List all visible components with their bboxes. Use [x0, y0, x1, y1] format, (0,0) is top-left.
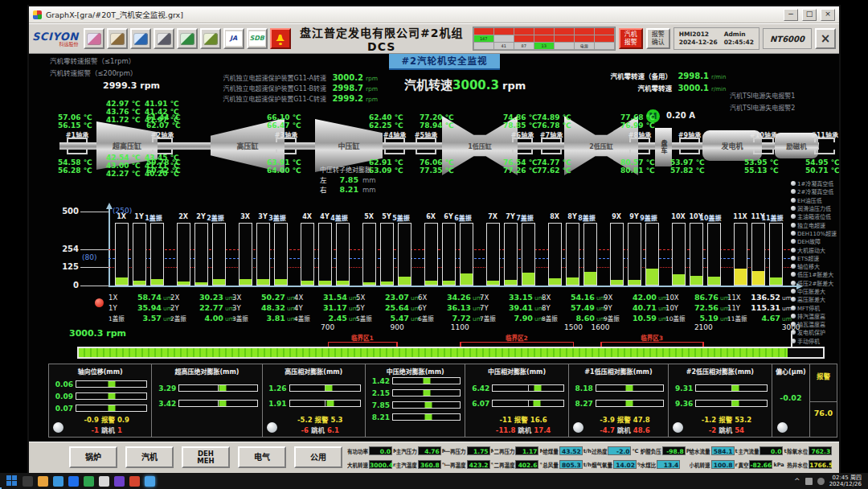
file-explorer-icon[interactable] [38, 476, 48, 487]
app-icon-white[interactable] [99, 476, 109, 487]
turbine-alarm-button[interactable]: 汽机 报警 [619, 28, 643, 49]
nav-button-3[interactable]: DEHMEH [182, 446, 230, 468]
search-icon[interactable] [23, 476, 33, 487]
vib-bar [645, 223, 659, 286]
vib-bar-fill [151, 279, 163, 285]
vib-bar-label: 4盖振 [327, 213, 351, 222]
hmi-time: 02:45:42 [724, 39, 754, 47]
panel-row-gauge [695, 400, 767, 407]
close-button[interactable]: × [821, 9, 835, 21]
panel-trip-limits: -11.8 跳机 17.4 [480, 425, 566, 434]
vib-reading-value: 40.71 [618, 303, 657, 312]
active-app-icon[interactable] [145, 476, 155, 487]
browser-icon[interactable] [53, 476, 63, 487]
app-icon-blue[interactable] [68, 476, 79, 487]
toolbar-close-button[interactable]: × [815, 28, 836, 49]
panel-row-value: 6.07 [467, 400, 489, 408]
alarm-status-grid[interactable]: 147418713电源 [473, 27, 616, 51]
vib-reading-label: 6Y [418, 304, 432, 312]
vib-bar [707, 223, 721, 286]
vib-bar [336, 223, 350, 286]
vib-reading-value: 136.52 [742, 293, 780, 302]
panel-gauge-marker [219, 401, 227, 406]
bearing-bracket-top [629, 138, 650, 142]
panel-status-lamp [673, 422, 683, 433]
vib-reading-value: 30.23 [185, 293, 223, 302]
panel-title: 高压相对膨胀(mm) [263, 367, 365, 376]
tray-volume-icon[interactable] [817, 478, 825, 485]
panel-row-gauge [392, 413, 461, 421]
bearing-bracket-top [753, 138, 774, 142]
panel-title: 超高压绝对膨胀(mm) [152, 367, 261, 376]
app-icon-red[interactable] [129, 476, 140, 487]
vib-bar-label: 11盖振 [760, 213, 784, 222]
vib-bar-fill [240, 279, 252, 286]
tray-network-icon[interactable] [805, 478, 813, 485]
vib-bar [769, 223, 783, 286]
alarm-list-item: 高压胀差大 [791, 295, 837, 303]
vib-bar-fill [461, 273, 473, 286]
toolbar-button-users-icon[interactable] [84, 28, 104, 49]
start-button[interactable] [6, 475, 18, 487]
alarm-list-item: 主油箱液位低 [791, 212, 837, 220]
panel-gauge-marker [534, 385, 542, 391]
window-title: GraphX-[gra/#20T_汽机安全监视.grx] [46, 9, 780, 20]
nav-button-label: 汽机 [141, 454, 158, 462]
app-icon-purple[interactable] [114, 476, 125, 487]
toolbar-button-tools-icon[interactable] [107, 28, 128, 49]
ramp-tick-label: 1100 [448, 323, 472, 331]
panel-row-value: 7.85 [367, 401, 390, 409]
panel-row-gauge [76, 380, 147, 388]
hmi-user: Admin [724, 31, 754, 39]
minimize-button[interactable]: − [784, 9, 798, 21]
alarm-lamp-icon [791, 281, 796, 286]
bearing-temp-top: 76.99 ℃ [620, 121, 665, 129]
bearing-bracket-bottom [753, 150, 774, 154]
toolbar-button-sdb-logo-icon[interactable]: SDB [247, 28, 268, 49]
vib-bar-fill [178, 281, 190, 286]
kpi-value: 43.52 [559, 446, 583, 455]
nav-button-4[interactable]: 电气 [238, 446, 286, 468]
alarm-grid-cell-0-5 [575, 28, 594, 35]
alarm-list-label: 高压胀差大 [797, 295, 825, 303]
clock-icon [133, 33, 148, 45]
toolbar-button-alarm-bell-icon[interactable] [270, 28, 291, 49]
toolbar-button-printer-icon[interactable] [154, 28, 174, 49]
toolbar-button-ja-logo-icon[interactable]: JA [223, 28, 244, 49]
hmi-id: HMI2012 [679, 31, 718, 39]
nav-button-2[interactable]: 汽机 [125, 446, 174, 468]
vib-bar-fill [770, 277, 782, 285]
vib-reading-label: 10Y [665, 304, 680, 312]
toolbar-button-book-icon[interactable] [200, 28, 221, 49]
tray-chevron-icon[interactable]: ^ [794, 477, 800, 485]
vib-bar-label: 7盖振 [513, 213, 537, 222]
nav-button-5[interactable]: 公用 [294, 446, 342, 468]
book-icon [203, 33, 218, 45]
vib-bar-fill [363, 282, 375, 286]
app-icon-green[interactable] [84, 476, 94, 487]
alarm-ack-button[interactable]: 报警 确认 [646, 28, 670, 49]
vib-reading-cell: 10Y72.56um [665, 303, 730, 312]
vib-axis-tick: 125 [53, 262, 79, 271]
vib-reading-value: 31.17 [309, 303, 347, 312]
kpi-label: 主汽流量 [738, 447, 759, 455]
kpi-unit: kPa [773, 462, 784, 468]
main-toolbar: SCIYON 科远股份 JASDB 盘江普定发电有限公司#2机组DCS 1474… [29, 23, 839, 54]
uhp-temp: 41.72 ℃ [106, 116, 141, 124]
kpi-unit: t/h [583, 462, 592, 468]
panel-gauge-marker [732, 401, 739, 406]
ip-expansion-title: 中压转子绝对膨胀 [320, 165, 371, 174]
alarm-lamp-icon [791, 223, 796, 228]
taskbar-clock[interactable]: 02:45 周四2024/12/26 [829, 475, 862, 487]
vib-bar [133, 223, 146, 286]
toolbar-button-clock-icon[interactable] [130, 28, 151, 49]
kpi-label: 小机转速 [690, 461, 710, 469]
nav-button-1[interactable]: 锅炉 [69, 446, 117, 468]
alarm-list-label: 1#冷凝真空低 [797, 179, 833, 187]
alarm-list-item: DEH故障 [791, 237, 837, 245]
toolbar-button-monitor-icon[interactable] [177, 28, 198, 49]
kpi-label: 总风量 [542, 461, 559, 469]
restore-button[interactable]: □ [802, 9, 817, 21]
vib-bar-label: 1盖振 [141, 213, 166, 222]
alarm-grid-cell-1-0: 147 [474, 35, 493, 42]
